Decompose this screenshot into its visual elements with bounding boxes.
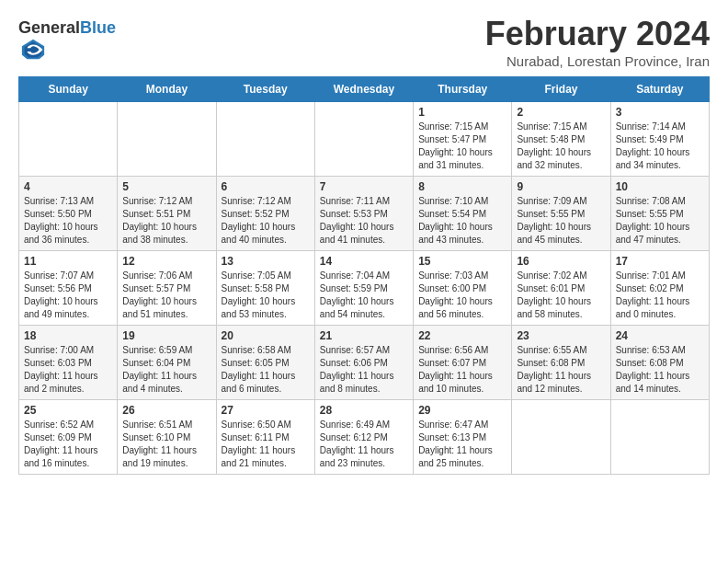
day-info: Sunrise: 7:02 AMSunset: 6:01 PMDaylight:… (517, 270, 605, 321)
day-header-saturday: Saturday (610, 77, 709, 102)
calendar-cell: 10Sunrise: 7:08 AMSunset: 5:55 PMDayligh… (610, 177, 709, 251)
calendar-cell: 14Sunrise: 7:04 AMSunset: 5:59 PMDayligh… (314, 251, 413, 326)
day-info: Sunrise: 7:06 AMSunset: 5:57 PMDaylight:… (122, 270, 210, 321)
header-row: SundayMondayTuesdayWednesdayThursdayFrid… (19, 77, 710, 102)
day-number: 26 (122, 404, 210, 417)
calendar-header: SundayMondayTuesdayWednesdayThursdayFrid… (19, 77, 710, 102)
day-number: 18 (24, 329, 112, 342)
calendar-cell (314, 102, 413, 177)
day-number: 22 (418, 329, 506, 342)
day-info: Sunrise: 6:58 AMSunset: 6:05 PMDaylight:… (222, 344, 310, 396)
day-info: Sunrise: 6:53 AMSunset: 6:08 PMDaylight:… (616, 344, 704, 396)
day-number: 3 (616, 106, 704, 119)
calendar-cell: 16Sunrise: 7:02 AMSunset: 6:01 PMDayligh… (512, 251, 610, 326)
calendar-cell: 20Sunrise: 6:58 AMSunset: 6:05 PMDayligh… (216, 326, 314, 400)
day-info: Sunrise: 7:09 AMSunset: 5:55 PMDaylight:… (517, 195, 605, 247)
day-header-sunday: Sunday (19, 77, 118, 102)
day-info: Sunrise: 7:10 AMSunset: 5:54 PMDaylight:… (418, 195, 506, 247)
calendar-cell: 13Sunrise: 7:05 AMSunset: 5:58 PMDayligh… (216, 251, 314, 326)
title-block: February 2024 Nurabad, Lorestan Province… (485, 15, 710, 69)
day-info: Sunrise: 7:08 AMSunset: 5:55 PMDaylight:… (616, 195, 704, 247)
day-number: 1 (418, 106, 506, 119)
day-number: 13 (222, 255, 310, 268)
calendar-cell: 18Sunrise: 7:00 AMSunset: 6:03 PMDayligh… (19, 326, 118, 400)
day-number: 7 (320, 180, 408, 193)
day-number: 16 (517, 255, 605, 268)
day-number: 21 (320, 329, 408, 342)
calendar-table: SundayMondayTuesdayWednesdayThursdayFrid… (18, 76, 710, 475)
week-row-2: 4Sunrise: 7:13 AMSunset: 5:50 PMDaylight… (19, 177, 710, 251)
calendar-cell (512, 400, 610, 475)
calendar-cell: 26Sunrise: 6:51 AMSunset: 6:10 PMDayligh… (118, 400, 216, 475)
day-number: 12 (122, 255, 210, 268)
location-title: Nurabad, Lorestan Province, Iran (485, 53, 710, 69)
calendar-cell: 24Sunrise: 6:53 AMSunset: 6:08 PMDayligh… (610, 326, 709, 400)
day-number: 10 (616, 180, 704, 193)
day-info: Sunrise: 6:57 AMSunset: 6:06 PMDaylight:… (320, 344, 408, 396)
calendar-cell (118, 102, 216, 177)
calendar-cell: 25Sunrise: 6:52 AMSunset: 6:09 PMDayligh… (19, 400, 118, 475)
day-header-friday: Friday (512, 77, 610, 102)
calendar-cell: 8Sunrise: 7:10 AMSunset: 5:54 PMDaylight… (414, 177, 512, 251)
day-info: Sunrise: 7:00 AMSunset: 6:03 PMDaylight:… (24, 344, 112, 396)
day-number: 29 (418, 404, 506, 417)
calendar-cell: 15Sunrise: 7:03 AMSunset: 6:00 PMDayligh… (414, 251, 512, 326)
calendar-cell: 12Sunrise: 7:06 AMSunset: 5:57 PMDayligh… (118, 251, 216, 326)
day-number: 27 (222, 404, 310, 417)
calendar-cell (19, 102, 118, 177)
calendar-cell: 17Sunrise: 7:01 AMSunset: 6:02 PMDayligh… (610, 251, 709, 326)
calendar-body: 1Sunrise: 7:15 AMSunset: 5:47 PMDaylight… (19, 102, 710, 475)
day-number: 28 (320, 404, 408, 417)
week-row-3: 11Sunrise: 7:07 AMSunset: 5:56 PMDayligh… (19, 251, 710, 326)
page-header: GeneralBlue February 2024 Nurabad, Lores… (18, 15, 710, 69)
day-number: 6 (222, 180, 310, 193)
week-row-5: 25Sunrise: 6:52 AMSunset: 6:09 PMDayligh… (19, 400, 710, 475)
day-info: Sunrise: 7:11 AMSunset: 5:53 PMDaylight:… (320, 195, 408, 247)
day-header-thursday: Thursday (414, 77, 512, 102)
logo-icon (20, 38, 46, 63)
calendar-cell: 3Sunrise: 7:14 AMSunset: 5:49 PMDaylight… (610, 102, 709, 177)
day-number: 24 (616, 329, 704, 342)
calendar-cell: 7Sunrise: 7:11 AMSunset: 5:53 PMDaylight… (314, 177, 413, 251)
day-info: Sunrise: 6:52 AMSunset: 6:09 PMDaylight:… (24, 419, 112, 470)
calendar-cell: 29Sunrise: 6:47 AMSunset: 6:13 PMDayligh… (414, 400, 512, 475)
week-row-1: 1Sunrise: 7:15 AMSunset: 5:47 PMDaylight… (19, 102, 710, 177)
calendar-cell: 28Sunrise: 6:49 AMSunset: 6:12 PMDayligh… (314, 400, 413, 475)
day-info: Sunrise: 6:49 AMSunset: 6:12 PMDaylight:… (320, 419, 408, 470)
day-number: 17 (616, 255, 704, 268)
day-header-tuesday: Tuesday (216, 77, 314, 102)
day-info: Sunrise: 7:04 AMSunset: 5:59 PMDaylight:… (320, 270, 408, 321)
calendar-cell: 22Sunrise: 6:56 AMSunset: 6:07 PMDayligh… (414, 326, 512, 400)
calendar-cell: 6Sunrise: 7:12 AMSunset: 5:52 PMDaylight… (216, 177, 314, 251)
calendar-cell: 23Sunrise: 6:55 AMSunset: 6:08 PMDayligh… (512, 326, 610, 400)
day-info: Sunrise: 7:03 AMSunset: 6:00 PMDaylight:… (418, 270, 506, 321)
day-info: Sunrise: 6:55 AMSunset: 6:08 PMDaylight:… (517, 344, 605, 396)
calendar-cell: 5Sunrise: 7:12 AMSunset: 5:51 PMDaylight… (118, 177, 216, 251)
calendar-cell: 1Sunrise: 7:15 AMSunset: 5:47 PMDaylight… (414, 102, 512, 177)
day-number: 23 (517, 329, 605, 342)
day-number: 8 (418, 180, 506, 193)
day-number: 4 (24, 180, 112, 193)
day-number: 19 (122, 329, 210, 342)
day-info: Sunrise: 6:59 AMSunset: 6:04 PMDaylight:… (122, 344, 210, 396)
day-info: Sunrise: 7:01 AMSunset: 6:02 PMDaylight:… (616, 270, 704, 321)
calendar-cell (610, 400, 709, 475)
day-number: 14 (320, 255, 408, 268)
calendar-cell: 19Sunrise: 6:59 AMSunset: 6:04 PMDayligh… (118, 326, 216, 400)
day-header-wednesday: Wednesday (314, 77, 413, 102)
calendar-cell: 21Sunrise: 6:57 AMSunset: 6:06 PMDayligh… (314, 326, 413, 400)
day-number: 20 (222, 329, 310, 342)
calendar-cell: 27Sunrise: 6:50 AMSunset: 6:11 PMDayligh… (216, 400, 314, 475)
day-info: Sunrise: 7:05 AMSunset: 5:58 PMDaylight:… (222, 270, 310, 321)
month-title: February 2024 (485, 15, 710, 53)
day-info: Sunrise: 7:12 AMSunset: 5:52 PMDaylight:… (222, 195, 310, 247)
day-info: Sunrise: 6:50 AMSunset: 6:11 PMDaylight:… (222, 419, 310, 470)
calendar-cell: 4Sunrise: 7:13 AMSunset: 5:50 PMDaylight… (19, 177, 118, 251)
week-row-4: 18Sunrise: 7:00 AMSunset: 6:03 PMDayligh… (19, 326, 710, 400)
day-header-monday: Monday (118, 77, 216, 102)
calendar-cell: 2Sunrise: 7:15 AMSunset: 5:48 PMDaylight… (512, 102, 610, 177)
day-number: 15 (418, 255, 506, 268)
day-info: Sunrise: 7:14 AMSunset: 5:49 PMDaylight:… (616, 121, 704, 172)
logo-text: GeneralBlue (18, 18, 116, 38)
day-info: Sunrise: 6:56 AMSunset: 6:07 PMDaylight:… (418, 344, 506, 396)
